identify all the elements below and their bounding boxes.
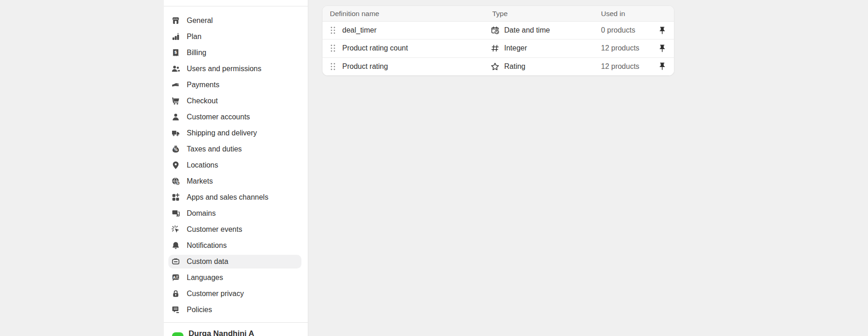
sidebar-item-customer-events[interactable]: Customer events [168, 223, 301, 236]
bell-icon [171, 241, 180, 250]
account-menu-item[interactable]: Durga Nandhini A [164, 322, 308, 336]
type-label: Rating [504, 62, 525, 71]
svg-text:$: $ [174, 50, 177, 55]
sidebar-item-label: Markets [187, 178, 213, 185]
apps-grid-icon [171, 193, 180, 202]
globe-dollar-icon: $ [171, 177, 180, 186]
type-cell: Integer [490, 44, 601, 53]
custom-data-icon [171, 257, 180, 266]
sidebar-item-locations[interactable]: Locations [168, 158, 301, 172]
drag-handle-icon[interactable] [330, 26, 336, 34]
sidebar-item-label: Billing [187, 49, 206, 56]
table-body: deal_timerDate and time0 productsProduct… [323, 22, 674, 75]
sidebar-item-notifications[interactable]: Notifications [168, 239, 301, 252]
svg-text:%: % [174, 148, 178, 152]
sidebar-item-payments[interactable]: Payments [168, 78, 301, 92]
sidebar-item-general[interactable]: General [168, 14, 301, 28]
definitions-table: Definition name Type Used in deal_timerD… [322, 6, 674, 76]
users-icon [171, 64, 180, 73]
hash-icon [490, 44, 500, 53]
type-cell: Rating [490, 62, 601, 71]
sidebar-item-label: General [187, 17, 213, 24]
calendar-clock-icon [490, 26, 500, 35]
sidebar-item-label: Locations [187, 162, 218, 169]
sidebar-item-billing[interactable]: $Billing [168, 46, 301, 60]
sidebar-item-label: Taxes and duties [187, 146, 242, 153]
cursor-click-icon [171, 225, 180, 234]
pin-icon[interactable] [657, 26, 667, 35]
sidebar-item-label: Custom data [187, 258, 228, 265]
sidebar-item-label: Users and permissions [187, 65, 262, 73]
pin-icon[interactable] [657, 62, 667, 71]
sidebar-item-label: Languages [187, 274, 223, 281]
definition-name: deal_timer [342, 26, 490, 34]
column-header-type: Type [490, 10, 601, 18]
truck-icon [171, 129, 180, 138]
sidebar-item-taxes-and-duties[interactable]: %Taxes and duties [168, 142, 301, 156]
column-header-used-in: Used in [601, 10, 667, 18]
lock-icon [171, 289, 180, 298]
cart-icon [171, 96, 180, 106]
sidebar-item-users-and-permissions[interactable]: Users and permissions [168, 62, 301, 76]
sidebar-item-checkout[interactable]: Checkout [168, 94, 301, 108]
table-row[interactable]: Product rating countInteger12 products [323, 39, 674, 57]
taxes-icon: % [171, 145, 180, 154]
person-icon [171, 112, 180, 122]
sidebar-item-label: Customer events [187, 226, 242, 233]
sidebar-item-customer-privacy[interactable]: Customer privacy [168, 287, 301, 301]
sidebar-item-plan[interactable]: Plan [168, 30, 301, 44]
sidebar-item-label: Payments [187, 81, 219, 89]
sidebar-item-label: Plan [187, 33, 201, 40]
drag-handle-icon[interactable] [330, 62, 336, 71]
payments-icon [171, 80, 180, 90]
sidebar-item-shipping-and-delivery[interactable]: Shipping and delivery [168, 126, 301, 140]
sidebar-item-label: Checkout [187, 97, 218, 105]
table-row[interactable]: Product ratingRating12 products [323, 58, 674, 75]
definition-name: Product rating count [342, 44, 490, 52]
svg-text:A: A [173, 275, 176, 280]
column-header-definition-name: Definition name [330, 10, 490, 18]
used-in-value: 12 products [601, 62, 657, 71]
settings-nav: GeneralPlan$BillingUsers and permissions… [168, 14, 301, 319]
account-name: Durga Nandhini A [189, 329, 254, 336]
sidebar-item-label: Apps and sales channels [187, 194, 268, 201]
svg-text:$: $ [177, 181, 179, 185]
sidebar-item-label: Customer privacy [187, 290, 244, 297]
sidebar-item-label: Shipping and delivery [187, 129, 257, 137]
sidebar-top-divider [164, 6, 308, 6]
used-in-value: 12 products [601, 44, 657, 52]
type-cell: Date and time [490, 26, 601, 35]
table-header-row: Definition name Type Used in [323, 6, 674, 22]
pin-icon[interactable] [657, 44, 667, 53]
sidebar-item-policies[interactable]: Policies [168, 303, 301, 317]
plan-icon [171, 32, 180, 41]
sidebar-item-label: Customer accounts [187, 113, 250, 121]
sidebar-item-languages[interactable]: ALanguages [168, 271, 301, 285]
sidebar-item-label: Policies [187, 306, 212, 314]
sidebar-item-domains[interactable]: Domains [168, 207, 301, 220]
used-in-value: 0 products [601, 26, 657, 34]
location-pin-icon [171, 161, 180, 170]
definition-name: Product rating [342, 62, 490, 71]
sidebar-item-apps-and-sales-channels[interactable]: Apps and sales channels [168, 190, 301, 204]
drag-handle-icon[interactable] [330, 44, 336, 52]
avatar [172, 332, 184, 336]
star-icon [490, 62, 500, 71]
type-label: Date and time [504, 26, 550, 34]
policies-icon [171, 305, 180, 314]
sidebar-item-custom-data[interactable]: Custom data [168, 255, 301, 269]
sidebar-item-label: Domains [187, 210, 216, 217]
sidebar-item-markets[interactable]: $Markets [168, 174, 301, 188]
sidebar-item-label: Notifications [187, 242, 227, 249]
table-row[interactable]: deal_timerDate and time0 products [323, 22, 674, 39]
type-label: Integer [504, 44, 527, 52]
languages-icon: A [171, 273, 180, 282]
domains-icon [171, 209, 180, 218]
billing-icon: $ [171, 48, 180, 57]
sidebar-item-customer-accounts[interactable]: Customer accounts [168, 110, 301, 124]
store-icon [171, 16, 180, 25]
settings-sidebar: GeneralPlan$BillingUsers and permissions… [164, 0, 308, 336]
